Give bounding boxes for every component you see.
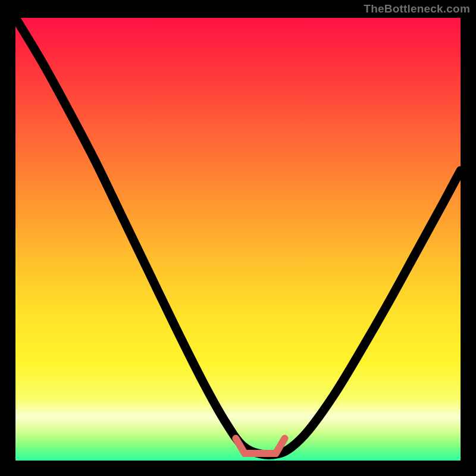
plot-area — [15, 18, 461, 461]
watermark-text: TheBottleneck.com — [364, 2, 470, 15]
chart-svg — [15, 18, 461, 461]
chart-frame: TheBottleneck.com — [0, 0, 476, 476]
bottleneck-curve — [15, 18, 461, 455]
